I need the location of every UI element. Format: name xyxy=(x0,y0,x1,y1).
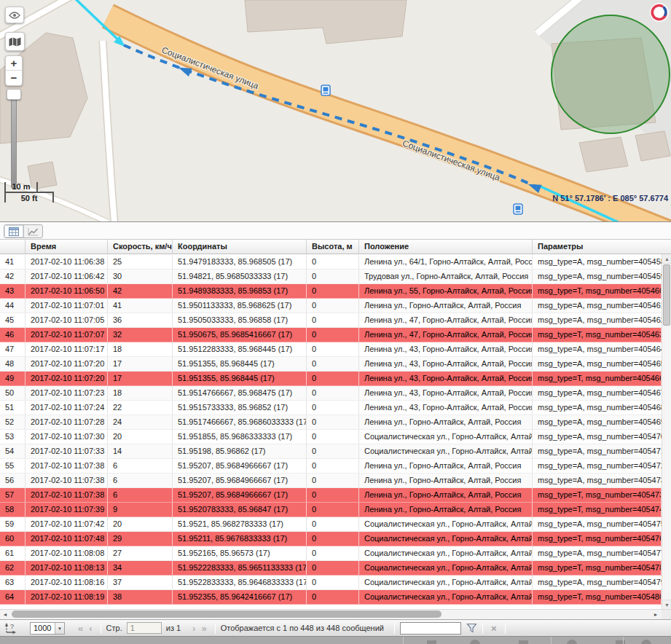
last-page-button[interactable]: » xyxy=(198,623,209,634)
table-row[interactable]: 472017-02-10 11:07:171851.9512283333, 85… xyxy=(0,342,662,357)
cell-params: msg_type=A, msg_number=405458, event xyxy=(533,255,662,269)
table-row[interactable]: 452017-02-10 11:07:053651.9505033333, 85… xyxy=(0,313,662,328)
bottom-panel-edge xyxy=(0,636,671,644)
column-header-location[interactable]: Положение xyxy=(359,240,533,254)
scroll-down-icon[interactable]: ▼ xyxy=(662,600,671,609)
cell-alt: 0 xyxy=(307,357,359,371)
cell-time: 2017-02-10 11:07:07 xyxy=(25,328,108,342)
cell-n: 53 xyxy=(0,430,25,444)
cell-speed: 27 xyxy=(108,546,173,560)
map[interactable]: Социалистическая улица Социалистическая … xyxy=(0,0,671,222)
cell-pos: Ленина ул., Горно-Алтайск, Алтай, Россия xyxy=(359,503,533,517)
brand-logo-icon xyxy=(649,2,670,23)
table-row[interactable]: 592017-02-10 11:07:422051.9521, 85.96827… xyxy=(0,517,662,532)
cell-speed: 37 xyxy=(108,576,173,589)
cell-alt: 0 xyxy=(307,328,359,342)
cell-speed: 34 xyxy=(108,561,173,575)
view-switch xyxy=(4,224,43,238)
cell-pos: Социалистическая ул., Горно-Алтайск, Алт… xyxy=(359,430,533,444)
vertical-scrollbar[interactable]: ▲ ▼ xyxy=(662,254,671,609)
column-header-parameters[interactable]: Параметры xyxy=(533,240,662,254)
cell-n: 44 xyxy=(0,299,25,313)
table-row[interactable]: 582017-02-10 11:07:39951.9520783333, 85.… xyxy=(0,503,662,517)
geofence-circle[interactable] xyxy=(552,15,670,133)
cell-speed: 29 xyxy=(108,532,173,546)
cell-pos: Социалистическая ул., Горно-Алтайск, Алт… xyxy=(359,517,533,531)
table-row[interactable]: 632017-02-10 11:08:163751.9522833333, 85… xyxy=(0,576,662,590)
zoom-out-button[interactable]: − xyxy=(6,71,22,85)
horizontal-scrollbar-thumb[interactable] xyxy=(12,610,442,618)
table-row[interactable]: 572017-02-10 11:07:38651.95207, 85.96849… xyxy=(0,488,662,503)
scroll-up-icon[interactable]: ▲ xyxy=(662,254,671,264)
table-row[interactable]: 552017-02-10 11:07:38651.95207, 85.96849… xyxy=(0,459,662,474)
cell-time: 2017-02-10 11:07:38 xyxy=(25,459,108,473)
cell-speed: 42 xyxy=(108,284,173,298)
zoom-slider-handle[interactable] xyxy=(7,89,21,100)
bus-stop-icon xyxy=(321,85,330,95)
column-header-coordinates[interactable]: Координаты xyxy=(173,240,307,254)
page-size-select[interactable]: 1000 ▼ xyxy=(30,622,65,635)
map-icon xyxy=(9,37,21,47)
cell-params: msg_type=T, msg_number=405460, event xyxy=(533,284,662,298)
table-row[interactable]: 412017-02-10 11:06:382551.9479183333, 85… xyxy=(0,255,662,270)
table-row[interactable]: 512017-02-10 11:07:242251.9515733333, 85… xyxy=(0,401,662,415)
map-layers-button[interactable] xyxy=(5,32,25,51)
filter-input[interactable] xyxy=(400,622,461,635)
table-row[interactable]: 432017-02-10 11:06:504251.9489383333, 85… xyxy=(0,284,662,299)
first-page-button[interactable]: « xyxy=(75,623,86,634)
cell-speed: 6 xyxy=(108,474,173,487)
table-row[interactable]: 532017-02-10 11:07:302051.951855, 85.968… xyxy=(0,430,662,444)
table-row[interactable]: 482017-02-10 11:07:201751.951355, 85.968… xyxy=(0,357,662,372)
filter-button[interactable] xyxy=(466,623,477,633)
scroll-left-icon[interactable]: ◄ xyxy=(0,610,10,619)
cell-pos: Ленина ул., 43, Горно-Алтайск, Алтай, Ро… xyxy=(359,372,533,385)
scroll-right-icon[interactable]: ► xyxy=(651,610,661,619)
table-row[interactable]: 542017-02-10 11:07:331451.95198, 85.9686… xyxy=(0,444,662,459)
cell-params: msg_type=A, msg_number=405464, event xyxy=(533,342,662,356)
table-row[interactable]: 492017-02-10 11:07:201751.951355, 85.968… xyxy=(0,372,662,386)
cell-coords: 51.9479183333, 85.968505 (17) xyxy=(173,255,307,269)
clear-filter-button[interactable]: × xyxy=(488,623,500,634)
cell-coords: 51.9520783333, 85.96847 (17) xyxy=(173,503,307,517)
table-row[interactable]: 442017-02-10 11:07:014151.9501133333, 85… xyxy=(0,299,662,313)
cell-speed: 17 xyxy=(108,372,173,385)
column-header-altitude[interactable]: Высота, м xyxy=(307,240,359,254)
vertical-scrollbar-thumb[interactable] xyxy=(663,264,670,326)
cell-pos: Социалистическая ул., Горно-Алтайск, Алт… xyxy=(359,532,533,546)
cell-speed: 41 xyxy=(108,299,173,313)
page-number-input[interactable] xyxy=(127,622,162,634)
cell-alt: 0 xyxy=(307,313,359,327)
table-grid-icon xyxy=(9,227,19,236)
table-row[interactable]: 562017-02-10 11:07:38651.95207, 85.96849… xyxy=(0,474,662,488)
column-header-time[interactable]: Время xyxy=(25,240,108,254)
cell-pos: Ленина ул., Горно-Алтайск, Алтай, Россия xyxy=(359,415,533,429)
table-view-button[interactable] xyxy=(4,225,23,237)
column-header-speed[interactable]: Скорость, км/ч xyxy=(108,240,173,254)
column-header-index[interactable] xyxy=(0,240,25,254)
visibility-button[interactable] xyxy=(5,7,24,23)
prev-page-button[interactable]: ‹ xyxy=(86,623,95,634)
table-row[interactable]: 642017-02-10 11:08:193851.952355, 85.964… xyxy=(0,590,662,605)
cell-params: msg_type=A, msg_number=405467, event xyxy=(533,386,662,400)
axes-question-icon[interactable]: ? xyxy=(4,622,17,635)
table-row[interactable]: 602017-02-10 11:07:482951.95211, 85.9676… xyxy=(0,532,662,546)
next-page-button[interactable]: › xyxy=(189,623,198,634)
pager-status-text: Отображается с 1 по 448 из 448 сообщений xyxy=(221,624,384,632)
zoom-in-button[interactable]: + xyxy=(6,56,22,71)
table-row[interactable]: 422017-02-10 11:06:423051.94821, 85.9685… xyxy=(0,270,662,284)
table-row[interactable]: 622017-02-10 11:08:133451.9522283333, 85… xyxy=(0,561,662,576)
chart-view-button[interactable] xyxy=(23,225,42,237)
table-row[interactable]: 502017-02-10 11:07:231851.9514766667, 85… xyxy=(0,386,662,401)
table-row[interactable]: 462017-02-10 11:07:073251.950675, 85.968… xyxy=(0,328,662,342)
cell-n: 46 xyxy=(0,328,25,342)
cell-params: msg_type=T, msg_number=405478, event xyxy=(533,561,662,575)
cell-n: 42 xyxy=(0,270,25,283)
zoom-slider-track[interactable] xyxy=(11,95,17,189)
cell-alt: 0 xyxy=(307,517,359,531)
separator xyxy=(482,623,483,634)
table-row[interactable]: 522017-02-10 11:07:282451.9517466667, 85… xyxy=(0,415,662,430)
cell-coords: 51.951355, 85.968445 (17) xyxy=(173,372,307,385)
cell-n: 43 xyxy=(0,284,25,298)
table-row[interactable]: 612017-02-10 11:08:082751.952165, 85.965… xyxy=(0,546,662,561)
cell-time: 2017-02-10 11:07:28 xyxy=(25,415,108,429)
